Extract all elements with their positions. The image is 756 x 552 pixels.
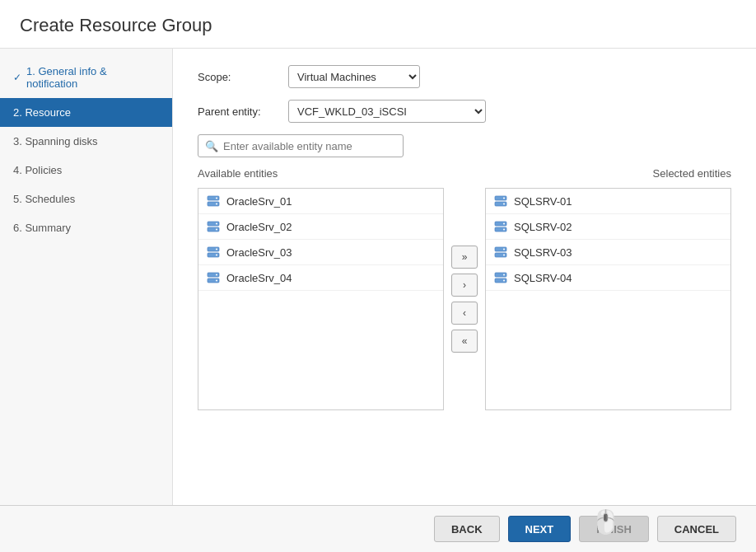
cancel-button[interactable]: CANCEL <box>657 516 736 542</box>
sidebar: ✓1. General info & notification2. Resour… <box>0 49 173 505</box>
main-content: Scope: Virtual MachinesDatastoresVirtual… <box>173 49 756 505</box>
svg-point-31 <box>503 280 505 282</box>
page-title: Create Resource Group <box>20 15 736 36</box>
server-icon <box>207 194 220 208</box>
finish-button[interactable]: FINISH <box>579 516 649 542</box>
back-button[interactable]: BACK <box>434 516 500 542</box>
server-icon <box>207 220 220 233</box>
sidebar-item-label: 1. General info & notification <box>26 65 159 90</box>
available-entity-item[interactable]: OracleSrv_04 <box>198 265 443 291</box>
server-icon <box>207 271 220 284</box>
svg-point-10 <box>216 249 217 250</box>
svg-point-26 <box>503 249 505 250</box>
footer: BACK NEXT FINISH CANCEL <box>0 505 756 552</box>
transfer-area: OracleSrv_01 OracleSrv_02 OracleSrv_03 O… <box>198 188 731 410</box>
selected-entities-box: SQLSRV-01 SQLSRV-02 SQLSRV-03 SQLSRV-04 <box>485 188 731 410</box>
server-icon <box>207 246 220 259</box>
svg-point-15 <box>216 280 217 282</box>
svg-point-7 <box>216 229 217 231</box>
entity-name: SQLSRV-04 <box>514 272 572 284</box>
move-all-right-button[interactable]: » <box>451 246 478 269</box>
entity-name: OracleSrv_01 <box>226 195 292 208</box>
server-icon <box>494 220 507 233</box>
entity-name: SQLSRV-03 <box>514 246 572 259</box>
move-right-button[interactable]: › <box>451 274 478 297</box>
next-button[interactable]: NEXT <box>508 516 572 542</box>
entity-name: SQLSRV-02 <box>514 221 572 233</box>
svg-point-2 <box>216 198 217 199</box>
svg-point-30 <box>503 274 505 276</box>
search-input[interactable] <box>223 140 396 152</box>
parent-entity-label: Parent entity: <box>198 105 288 118</box>
scope-label: Scope: <box>198 71 288 83</box>
available-header: Available entities <box>198 167 612 183</box>
entity-name: OracleSrv_02 <box>226 221 292 233</box>
sidebar-item-resource[interactable]: 2. Resource <box>0 98 172 127</box>
sidebar-item-schedules[interactable]: 5. Schedules <box>0 185 172 213</box>
transfer-buttons: » › ‹ « <box>444 188 485 410</box>
selected-entity-item[interactable]: SQLSRV-01 <box>486 189 730 214</box>
svg-point-18 <box>503 198 505 199</box>
server-icon <box>494 271 507 284</box>
scope-select[interactable]: Virtual MachinesDatastoresVirtual Volume… <box>288 65 420 88</box>
svg-point-6 <box>216 223 217 225</box>
svg-point-27 <box>503 255 505 256</box>
svg-point-23 <box>503 229 505 231</box>
sidebar-item-label: 3. Spanning disks <box>13 135 98 147</box>
search-box: 🔍 <box>198 134 404 157</box>
selected-entity-item[interactable]: SQLSRV-04 <box>486 265 730 291</box>
sidebar-item-general[interactable]: ✓1. General info & notification <box>0 57 172 98</box>
sidebar-item-label: 4. Policies <box>13 164 62 176</box>
move-all-left-button[interactable]: « <box>451 330 478 353</box>
sidebar-item-label: 6. Summary <box>13 222 71 234</box>
sidebar-item-summary[interactable]: 6. Summary <box>0 213 172 242</box>
selected-entity-item[interactable]: SQLSRV-02 <box>486 214 730 240</box>
move-left-button[interactable]: ‹ <box>451 302 478 325</box>
svg-point-19 <box>503 203 505 205</box>
available-entity-item[interactable]: OracleSrv_02 <box>198 214 443 240</box>
search-icon: 🔍 <box>205 140 218 152</box>
parent-entity-select[interactable]: VCF_WKLD_03_iSCSI <box>288 100 486 123</box>
available-entity-item[interactable]: OracleSrv_01 <box>198 189 443 214</box>
server-icon <box>494 246 507 259</box>
server-icon <box>494 194 507 208</box>
entity-name: SQLSRV-01 <box>514 195 572 208</box>
svg-point-14 <box>216 274 217 276</box>
svg-point-11 <box>216 255 217 256</box>
svg-point-3 <box>216 203 217 205</box>
entity-name: OracleSrv_04 <box>226 272 292 284</box>
sidebar-item-label: 2. Resource <box>13 106 71 119</box>
sidebar-item-label: 5. Schedules <box>13 193 75 205</box>
selected-entity-item[interactable]: SQLSRV-03 <box>486 240 730 265</box>
check-icon: ✓ <box>13 72 21 83</box>
entity-name: OracleSrv_03 <box>226 246 292 259</box>
available-entities-box: OracleSrv_01 OracleSrv_02 OracleSrv_03 O… <box>198 188 444 410</box>
sidebar-item-policies[interactable]: 4. Policies <box>0 156 172 185</box>
available-entity-item[interactable]: OracleSrv_03 <box>198 240 443 265</box>
selected-header: Selected entities <box>653 167 731 183</box>
sidebar-item-spanning[interactable]: 3. Spanning disks <box>0 127 172 156</box>
svg-point-22 <box>503 223 505 225</box>
